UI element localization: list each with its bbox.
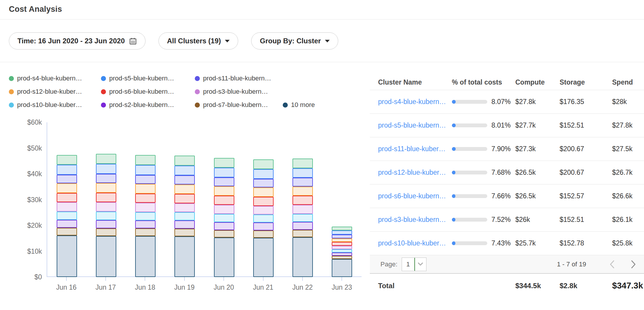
bar-segment-prod-s3-blue-kubern[interactable] xyxy=(292,205,313,214)
bar-segment-prod-s11-blue-kubern[interactable] xyxy=(214,177,234,186)
bar-segment-prod-s7-blue-kubern[interactable] xyxy=(174,229,195,236)
cluster-name-link[interactable]: prod-s12-blue-kuber… xyxy=(378,169,446,176)
bar-segment-prod-s2-blue-kubern[interactable] xyxy=(292,222,313,230)
bar-segment-10-more[interactable] xyxy=(292,237,313,277)
legend-item-prod-s3-blue-kubern[interactable]: prod-s3-blue-kubern… xyxy=(195,88,283,95)
page-select[interactable]: 1 xyxy=(402,258,426,271)
bar-segment-prod-s12-blue-kuber[interactable] xyxy=(292,187,313,196)
bar-segment-prod-s2-blue-kubern[interactable] xyxy=(332,253,352,256)
bar-segment-prod-s11-blue-kubern[interactable] xyxy=(332,235,352,238)
stacked-bar-jun-16[interactable] xyxy=(57,155,77,277)
bar-segment-10-more[interactable] xyxy=(135,236,156,277)
cluster-name-link[interactable]: prod-s5-blue-kubern… xyxy=(378,121,446,129)
cluster-name-link[interactable]: prod-s4-blue-kubern… xyxy=(378,98,446,105)
bar-segment-prod-s12-blue-kuber[interactable] xyxy=(96,183,116,193)
bar-segment-prod-s11-blue-kubern[interactable] xyxy=(96,174,116,183)
bar-segment-prod-s7-blue-kubern[interactable] xyxy=(214,230,234,238)
bar-segment-prod-s10-blue-kuber[interactable] xyxy=(332,249,352,253)
bar-segment-prod-s11-blue-kubern[interactable] xyxy=(135,175,156,184)
legend-item-prod-s11-blue-kubern[interactable]: prod-s11-blue-kubern… xyxy=(195,75,283,82)
bar-segment-prod-s10-blue-kuber[interactable] xyxy=(57,212,77,220)
bar-segment-prod-s3-blue-kubern[interactable] xyxy=(214,205,234,214)
stacked-bar-jun-22[interactable] xyxy=(292,159,313,277)
bar-segment-prod-s5-blue-kubern[interactable] xyxy=(96,164,116,174)
bar-segment-prod-s4-blue-kubern[interactable] xyxy=(57,155,77,165)
bar-segment-prod-s2-blue-kubern[interactable] xyxy=(96,220,116,228)
group-by-filter-button[interactable]: Group By: Cluster xyxy=(251,32,338,50)
stacked-bar-jun-18[interactable] xyxy=(135,155,156,277)
bar-segment-prod-s4-blue-kubern[interactable] xyxy=(332,227,352,230)
bar-segment-prod-s5-blue-kubern[interactable] xyxy=(174,166,195,175)
stacked-bar-jun-20[interactable] xyxy=(214,158,234,277)
bar-segment-prod-s6-blue-kubern[interactable] xyxy=(135,194,156,203)
bar-segment-prod-s4-blue-kubern[interactable] xyxy=(174,156,195,166)
bar-segment-prod-s5-blue-kubern[interactable] xyxy=(253,169,274,179)
bar-segment-prod-s2-blue-kubern[interactable] xyxy=(214,222,234,230)
bar-segment-prod-s10-blue-kuber[interactable] xyxy=(135,212,156,220)
bar-segment-prod-s12-blue-kuber[interactable] xyxy=(57,183,77,193)
bar-segment-prod-s10-blue-kuber[interactable] xyxy=(174,212,195,220)
bar-segment-prod-s6-blue-kubern[interactable] xyxy=(174,194,195,203)
bar-segment-prod-s5-blue-kubern[interactable] xyxy=(57,165,77,174)
bar-segment-prod-s12-blue-kuber[interactable] xyxy=(135,184,156,193)
bar-segment-prod-s2-blue-kubern[interactable] xyxy=(57,220,77,228)
legend-item-prod-s4-blue-kubern[interactable]: prod-s4-blue-kubern… xyxy=(9,75,101,82)
bar-segment-prod-s6-blue-kubern[interactable] xyxy=(57,193,77,202)
bar-segment-prod-s3-blue-kubern[interactable] xyxy=(174,203,195,212)
stacked-bar-jun-21[interactable] xyxy=(253,159,274,277)
bar-segment-10-more[interactable] xyxy=(174,236,195,277)
bar-segment-prod-s11-blue-kubern[interactable] xyxy=(57,175,77,183)
legend-item-prod-s5-blue-kubern[interactable]: prod-s5-blue-kubern… xyxy=(101,75,195,82)
bar-segment-prod-s3-blue-kubern[interactable] xyxy=(332,246,352,249)
bar-segment-prod-s3-blue-kubern[interactable] xyxy=(57,202,77,212)
bar-segment-prod-s4-blue-kubern[interactable] xyxy=(96,154,116,164)
bar-segment-prod-s7-blue-kubern[interactable] xyxy=(57,228,77,235)
bar-segment-prod-s6-blue-kubern[interactable] xyxy=(332,242,352,246)
bar-segment-prod-s4-blue-kubern[interactable] xyxy=(214,158,234,168)
legend-item-10-more[interactable]: 10 more xyxy=(283,101,362,109)
bar-segment-prod-s6-blue-kubern[interactable] xyxy=(214,196,234,205)
bar-segment-prod-s10-blue-kuber[interactable] xyxy=(214,214,234,222)
bar-segment-prod-s4-blue-kubern[interactable] xyxy=(292,159,313,168)
legend-item-prod-s10-blue-kuber[interactable]: prod-s10-blue-kuber… xyxy=(9,101,101,109)
bar-segment-prod-s12-blue-kuber[interactable] xyxy=(253,187,274,197)
bar-segment-prod-s6-blue-kubern[interactable] xyxy=(292,196,313,205)
clusters-filter-button[interactable]: All Clusters (19) xyxy=(158,32,238,50)
bar-segment-prod-s6-blue-kubern[interactable] xyxy=(96,193,116,202)
bar-segment-prod-s5-blue-kubern[interactable] xyxy=(214,168,234,177)
bar-segment-10-more[interactable] xyxy=(214,238,234,277)
bar-segment-prod-s3-blue-kubern[interactable] xyxy=(253,206,274,215)
bar-segment-10-more[interactable] xyxy=(332,259,352,277)
bar-segment-prod-s3-blue-kubern[interactable] xyxy=(135,203,156,212)
cluster-name-link[interactable]: prod-s11-blue-kuber… xyxy=(378,145,445,153)
bar-segment-prod-s10-blue-kuber[interactable] xyxy=(96,212,116,220)
bar-segment-prod-s10-blue-kuber[interactable] xyxy=(253,215,274,222)
bar-segment-prod-s11-blue-kubern[interactable] xyxy=(253,179,274,188)
bar-segment-prod-s12-blue-kuber[interactable] xyxy=(332,238,352,242)
bar-segment-prod-s7-blue-kubern[interactable] xyxy=(332,256,352,259)
legend-item-prod-s7-blue-kubern[interactable]: prod-s7-blue-kubern… xyxy=(195,101,283,109)
cluster-name-link[interactable]: prod-s10-blue-kuber… xyxy=(378,239,446,247)
bar-segment-prod-s5-blue-kubern[interactable] xyxy=(135,165,156,175)
cluster-name-link[interactable]: prod-s6-blue-kubern… xyxy=(378,192,446,200)
bar-segment-prod-s12-blue-kuber[interactable] xyxy=(214,186,234,196)
bar-segment-prod-s7-blue-kubern[interactable] xyxy=(96,228,116,236)
bar-segment-prod-s4-blue-kubern[interactable] xyxy=(135,155,156,165)
bar-segment-prod-s5-blue-kubern[interactable] xyxy=(292,168,313,178)
bar-segment-prod-s4-blue-kubern[interactable] xyxy=(253,159,274,169)
legend-item-prod-s6-blue-kubern[interactable]: prod-s6-blue-kubern… xyxy=(101,88,195,95)
bar-segment-10-more[interactable] xyxy=(253,238,274,277)
stacked-bar-jun-17[interactable] xyxy=(96,154,116,277)
bar-segment-prod-s5-blue-kubern[interactable] xyxy=(332,230,352,235)
bar-segment-prod-s11-blue-kubern[interactable] xyxy=(292,178,313,187)
stacked-bar-jun-19[interactable] xyxy=(174,156,195,277)
bar-segment-prod-s6-blue-kubern[interactable] xyxy=(253,197,274,206)
time-range-filter-button[interactable]: Time: 16 Jun 2020 - 23 Jun 2020 xyxy=(9,32,146,50)
bar-segment-prod-s7-blue-kubern[interactable] xyxy=(253,230,274,238)
bar-segment-prod-s11-blue-kubern[interactable] xyxy=(174,175,195,184)
stacked-bar-jun-23[interactable] xyxy=(332,227,352,277)
next-page-button[interactable] xyxy=(631,260,636,269)
bar-segment-10-more[interactable] xyxy=(96,236,116,277)
cluster-name-link[interactable]: prod-s3-blue-kubern… xyxy=(378,216,446,223)
bar-segment-10-more[interactable] xyxy=(57,235,77,277)
